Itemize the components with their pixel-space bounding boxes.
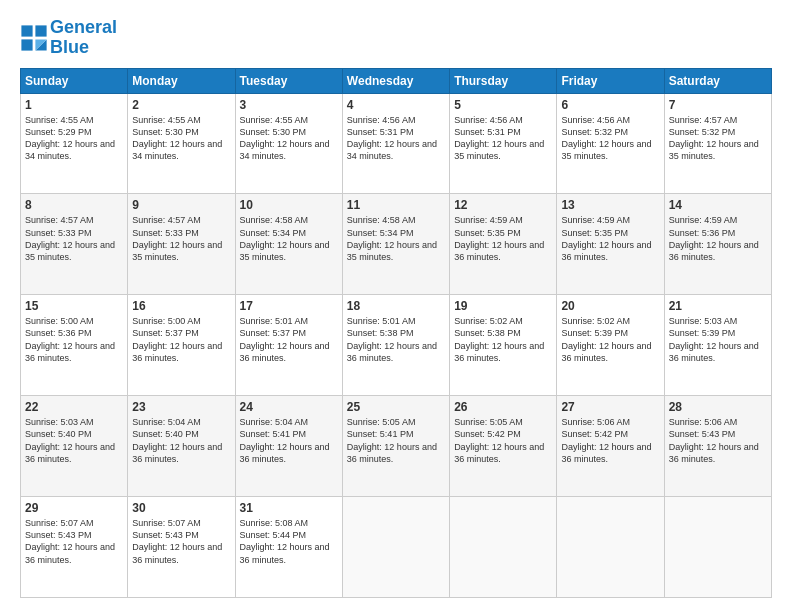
cell-info: Sunrise: 5:05 AMSunset: 5:41 PMDaylight:…	[347, 417, 437, 463]
day-number: 9	[132, 198, 230, 212]
cell-info: Sunrise: 5:05 AMSunset: 5:42 PMDaylight:…	[454, 417, 544, 463]
calendar-cell: 15 Sunrise: 5:00 AMSunset: 5:36 PMDaylig…	[21, 295, 128, 396]
cell-info: Sunrise: 4:57 AMSunset: 5:33 PMDaylight:…	[132, 215, 222, 261]
cell-info: Sunrise: 5:07 AMSunset: 5:43 PMDaylight:…	[132, 518, 222, 564]
svg-rect-1	[35, 25, 46, 36]
calendar-week-row-4: 22 Sunrise: 5:03 AMSunset: 5:40 PMDaylig…	[21, 396, 772, 497]
day-number: 28	[669, 400, 767, 414]
svg-rect-2	[21, 39, 32, 50]
calendar-cell: 28 Sunrise: 5:06 AMSunset: 5:43 PMDaylig…	[664, 396, 771, 497]
cell-info: Sunrise: 5:00 AMSunset: 5:36 PMDaylight:…	[25, 316, 115, 362]
calendar-table: SundayMondayTuesdayWednesdayThursdayFrid…	[20, 68, 772, 598]
calendar-cell: 18 Sunrise: 5:01 AMSunset: 5:38 PMDaylig…	[342, 295, 449, 396]
day-number: 8	[25, 198, 123, 212]
calendar-cell: 24 Sunrise: 5:04 AMSunset: 5:41 PMDaylig…	[235, 396, 342, 497]
day-number: 27	[561, 400, 659, 414]
calendar-cell: 27 Sunrise: 5:06 AMSunset: 5:42 PMDaylig…	[557, 396, 664, 497]
calendar-cell: 7 Sunrise: 4:57 AMSunset: 5:32 PMDayligh…	[664, 93, 771, 194]
calendar-cell: 23 Sunrise: 5:04 AMSunset: 5:40 PMDaylig…	[128, 396, 235, 497]
calendar-cell: 20 Sunrise: 5:02 AMSunset: 5:39 PMDaylig…	[557, 295, 664, 396]
calendar-week-row-2: 8 Sunrise: 4:57 AMSunset: 5:33 PMDayligh…	[21, 194, 772, 295]
calendar-cell: 16 Sunrise: 5:00 AMSunset: 5:37 PMDaylig…	[128, 295, 235, 396]
svg-rect-0	[21, 25, 32, 36]
cell-info: Sunrise: 4:55 AMSunset: 5:30 PMDaylight:…	[132, 115, 222, 161]
calendar-cell	[342, 497, 449, 598]
day-number: 6	[561, 98, 659, 112]
calendar-cell: 4 Sunrise: 4:56 AMSunset: 5:31 PMDayligh…	[342, 93, 449, 194]
day-number: 12	[454, 198, 552, 212]
day-number: 2	[132, 98, 230, 112]
calendar-cell	[450, 497, 557, 598]
day-number: 25	[347, 400, 445, 414]
day-number: 1	[25, 98, 123, 112]
cell-info: Sunrise: 5:08 AMSunset: 5:44 PMDaylight:…	[240, 518, 330, 564]
cell-info: Sunrise: 4:56 AMSunset: 5:31 PMDaylight:…	[454, 115, 544, 161]
cell-info: Sunrise: 4:57 AMSunset: 5:33 PMDaylight:…	[25, 215, 115, 261]
calendar-cell: 2 Sunrise: 4:55 AMSunset: 5:30 PMDayligh…	[128, 93, 235, 194]
calendar-cell: 11 Sunrise: 4:58 AMSunset: 5:34 PMDaylig…	[342, 194, 449, 295]
cell-info: Sunrise: 5:07 AMSunset: 5:43 PMDaylight:…	[25, 518, 115, 564]
cell-info: Sunrise: 4:56 AMSunset: 5:32 PMDaylight:…	[561, 115, 651, 161]
cell-info: Sunrise: 5:06 AMSunset: 5:42 PMDaylight:…	[561, 417, 651, 463]
page: General Blue SundayMondayTuesdayWednesda…	[0, 0, 792, 612]
calendar-week-row-5: 29 Sunrise: 5:07 AMSunset: 5:43 PMDaylig…	[21, 497, 772, 598]
calendar-cell	[557, 497, 664, 598]
day-number: 4	[347, 98, 445, 112]
cell-info: Sunrise: 4:55 AMSunset: 5:29 PMDaylight:…	[25, 115, 115, 161]
logo-icon	[20, 24, 48, 52]
calendar-cell: 12 Sunrise: 4:59 AMSunset: 5:35 PMDaylig…	[450, 194, 557, 295]
cell-info: Sunrise: 5:00 AMSunset: 5:37 PMDaylight:…	[132, 316, 222, 362]
calendar-cell: 22 Sunrise: 5:03 AMSunset: 5:40 PMDaylig…	[21, 396, 128, 497]
weekday-header-tuesday: Tuesday	[235, 68, 342, 93]
calendar-cell: 19 Sunrise: 5:02 AMSunset: 5:38 PMDaylig…	[450, 295, 557, 396]
day-number: 22	[25, 400, 123, 414]
day-number: 3	[240, 98, 338, 112]
day-number: 21	[669, 299, 767, 313]
calendar-cell	[664, 497, 771, 598]
day-number: 7	[669, 98, 767, 112]
cell-info: Sunrise: 4:56 AMSunset: 5:31 PMDaylight:…	[347, 115, 437, 161]
day-number: 24	[240, 400, 338, 414]
day-number: 23	[132, 400, 230, 414]
day-number: 16	[132, 299, 230, 313]
cell-info: Sunrise: 4:58 AMSunset: 5:34 PMDaylight:…	[240, 215, 330, 261]
cell-info: Sunrise: 5:02 AMSunset: 5:39 PMDaylight:…	[561, 316, 651, 362]
calendar-cell: 17 Sunrise: 5:01 AMSunset: 5:37 PMDaylig…	[235, 295, 342, 396]
cell-info: Sunrise: 5:02 AMSunset: 5:38 PMDaylight:…	[454, 316, 544, 362]
calendar-cell: 6 Sunrise: 4:56 AMSunset: 5:32 PMDayligh…	[557, 93, 664, 194]
calendar-cell: 9 Sunrise: 4:57 AMSunset: 5:33 PMDayligh…	[128, 194, 235, 295]
cell-info: Sunrise: 4:59 AMSunset: 5:36 PMDaylight:…	[669, 215, 759, 261]
cell-info: Sunrise: 5:03 AMSunset: 5:39 PMDaylight:…	[669, 316, 759, 362]
cell-info: Sunrise: 5:04 AMSunset: 5:40 PMDaylight:…	[132, 417, 222, 463]
calendar-cell: 3 Sunrise: 4:55 AMSunset: 5:30 PMDayligh…	[235, 93, 342, 194]
day-number: 19	[454, 299, 552, 313]
calendar-cell: 1 Sunrise: 4:55 AMSunset: 5:29 PMDayligh…	[21, 93, 128, 194]
day-number: 5	[454, 98, 552, 112]
cell-info: Sunrise: 5:01 AMSunset: 5:38 PMDaylight:…	[347, 316, 437, 362]
cell-info: Sunrise: 5:03 AMSunset: 5:40 PMDaylight:…	[25, 417, 115, 463]
day-number: 26	[454, 400, 552, 414]
weekday-header-monday: Monday	[128, 68, 235, 93]
weekday-header-thursday: Thursday	[450, 68, 557, 93]
day-number: 10	[240, 198, 338, 212]
day-number: 31	[240, 501, 338, 515]
day-number: 18	[347, 299, 445, 313]
day-number: 30	[132, 501, 230, 515]
calendar-cell: 8 Sunrise: 4:57 AMSunset: 5:33 PMDayligh…	[21, 194, 128, 295]
day-number: 14	[669, 198, 767, 212]
cell-info: Sunrise: 4:59 AMSunset: 5:35 PMDaylight:…	[454, 215, 544, 261]
calendar-cell: 5 Sunrise: 4:56 AMSunset: 5:31 PMDayligh…	[450, 93, 557, 194]
calendar-week-row-1: 1 Sunrise: 4:55 AMSunset: 5:29 PMDayligh…	[21, 93, 772, 194]
day-number: 29	[25, 501, 123, 515]
weekday-header-sunday: Sunday	[21, 68, 128, 93]
calendar-cell: 25 Sunrise: 5:05 AMSunset: 5:41 PMDaylig…	[342, 396, 449, 497]
day-number: 15	[25, 299, 123, 313]
calendar-cell: 31 Sunrise: 5:08 AMSunset: 5:44 PMDaylig…	[235, 497, 342, 598]
day-number: 20	[561, 299, 659, 313]
day-number: 13	[561, 198, 659, 212]
weekday-header-wednesday: Wednesday	[342, 68, 449, 93]
calendar-cell: 29 Sunrise: 5:07 AMSunset: 5:43 PMDaylig…	[21, 497, 128, 598]
logo: General Blue	[20, 18, 117, 58]
cell-info: Sunrise: 5:01 AMSunset: 5:37 PMDaylight:…	[240, 316, 330, 362]
calendar-cell: 13 Sunrise: 4:59 AMSunset: 5:35 PMDaylig…	[557, 194, 664, 295]
